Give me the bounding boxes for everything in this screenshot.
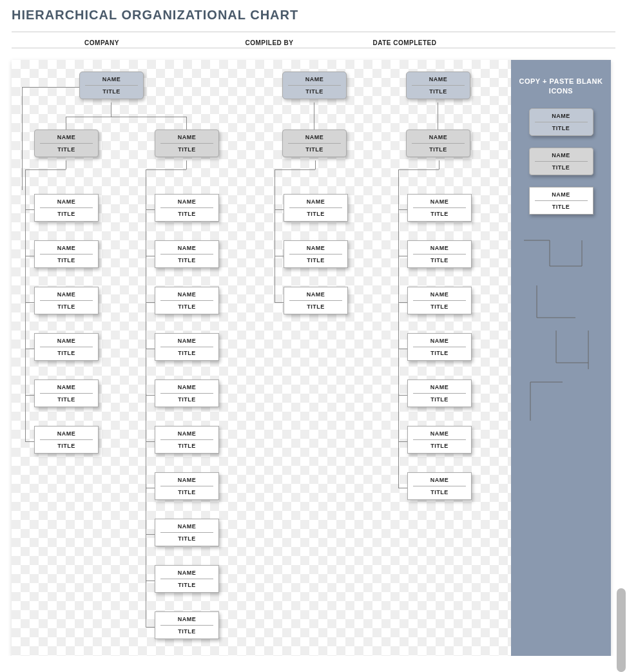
connector bbox=[25, 395, 34, 396]
connector bbox=[275, 169, 275, 302]
org-node-leaf[interactable]: NAMETITLE bbox=[155, 472, 219, 500]
org-node-mid[interactable]: NAMETITLE bbox=[282, 130, 347, 157]
org-node-title: TITLE bbox=[408, 440, 471, 453]
connector bbox=[146, 395, 155, 396]
org-node-leaf[interactable]: NAMETITLE bbox=[407, 379, 472, 407]
org-node-name: NAME bbox=[155, 473, 218, 486]
connector bbox=[146, 256, 155, 256]
org-node-leaf[interactable]: NAMETITLE bbox=[407, 240, 472, 268]
connector bbox=[439, 160, 439, 169]
connector bbox=[66, 117, 66, 130]
connector bbox=[275, 256, 284, 256]
org-node-leaf[interactable]: NAMETITLE bbox=[407, 426, 472, 454]
org-node-name: NAME bbox=[155, 241, 218, 254]
org-node-title: TITLE bbox=[155, 144, 218, 157]
org-node-top[interactable]: NAMETITLE bbox=[79, 72, 144, 99]
org-node-name: NAME bbox=[530, 187, 593, 200]
org-node-title: TITLE bbox=[80, 86, 143, 99]
connector bbox=[146, 169, 186, 170]
org-node-name: NAME bbox=[408, 427, 471, 439]
org-node-leaf[interactable]: NAMETITLE bbox=[284, 194, 348, 222]
org-node-title: TITLE bbox=[407, 86, 470, 99]
org-node-name: NAME bbox=[35, 195, 98, 207]
org-node-leaf[interactable]: NAMETITLE bbox=[155, 240, 219, 268]
org-node-leaf[interactable]: NAMETITLE bbox=[155, 611, 219, 639]
org-node-name: NAME bbox=[155, 195, 218, 207]
org-node-name: NAME bbox=[155, 380, 218, 393]
org-node-name: NAME bbox=[408, 380, 471, 393]
org-node-name: NAME bbox=[530, 148, 593, 161]
palette-connectors bbox=[511, 234, 611, 427]
org-node-name: NAME bbox=[35, 287, 98, 300]
org-node-mid[interactable]: NAMETITLE bbox=[406, 130, 470, 157]
org-node-name: NAME bbox=[408, 334, 471, 347]
org-node-name: NAME bbox=[35, 380, 98, 393]
org-node-title: TITLE bbox=[530, 162, 593, 175]
org-node-title: TITLE bbox=[407, 144, 470, 157]
org-node-leaf[interactable]: NAMETITLE bbox=[155, 426, 219, 454]
org-node-name: NAME bbox=[408, 287, 471, 300]
connector bbox=[25, 441, 34, 442]
org-node-name: NAME bbox=[155, 612, 218, 625]
connector bbox=[275, 302, 284, 303]
org-node-name: NAME bbox=[155, 130, 218, 143]
palette-node[interactable]: NAMETITLE bbox=[529, 187, 593, 215]
org-node-leaf[interactable]: NAMETITLE bbox=[155, 287, 219, 314]
org-node-name: NAME bbox=[35, 241, 98, 254]
org-node-leaf[interactable]: NAMETITLE bbox=[34, 379, 99, 407]
org-node-title: TITLE bbox=[283, 144, 346, 157]
org-node-leaf[interactable]: NAMETITLE bbox=[284, 240, 348, 268]
org-node-leaf[interactable]: NAMETITLE bbox=[407, 333, 472, 361]
org-node-title: TITLE bbox=[155, 394, 218, 407]
connector bbox=[25, 169, 26, 441]
org-node-top[interactable]: NAMETITLE bbox=[406, 72, 470, 99]
org-node-leaf[interactable]: NAMETITLE bbox=[155, 379, 219, 407]
org-node-title: TITLE bbox=[35, 254, 98, 267]
org-node-leaf[interactable]: NAMETITLE bbox=[155, 194, 219, 222]
org-node-name: NAME bbox=[35, 334, 98, 347]
org-node-leaf[interactable]: NAMETITLE bbox=[407, 472, 472, 500]
org-node-leaf[interactable]: NAMETITLE bbox=[34, 426, 99, 454]
org-node-leaf[interactable]: NAMETITLE bbox=[34, 194, 99, 222]
meta-company-label: COMPANY bbox=[12, 32, 192, 48]
org-node-leaf[interactable]: NAMETITLE bbox=[155, 519, 219, 546]
scrollbar-thumb[interactable] bbox=[617, 588, 626, 656]
org-node-top[interactable]: NAMETITLE bbox=[282, 72, 347, 99]
org-node-name: NAME bbox=[530, 109, 593, 122]
connector bbox=[66, 117, 186, 117]
connector bbox=[398, 488, 407, 488]
org-node-title: TITLE bbox=[35, 440, 98, 453]
connector bbox=[146, 441, 155, 442]
org-node-leaf[interactable]: NAMETITLE bbox=[284, 287, 348, 314]
org-node-leaf[interactable]: NAMETITLE bbox=[34, 287, 99, 314]
org-node-title: TITLE bbox=[284, 254, 347, 267]
connector bbox=[438, 117, 438, 130]
org-node-leaf[interactable]: NAMETITLE bbox=[34, 240, 99, 268]
org-chart-canvas[interactable]: COPY + PASTE BLANK ICONS NAMETITLENAMETI… bbox=[12, 60, 611, 656]
org-node-name: NAME bbox=[35, 427, 98, 439]
org-node-leaf[interactable]: NAMETITLE bbox=[407, 287, 472, 314]
org-node-name: NAME bbox=[407, 130, 470, 143]
org-node-name: NAME bbox=[283, 72, 346, 85]
connector bbox=[186, 117, 187, 130]
palette-node[interactable]: NAMETITLE bbox=[529, 148, 593, 175]
connector bbox=[111, 102, 111, 117]
org-node-leaf[interactable]: NAMETITLE bbox=[407, 194, 472, 222]
connector bbox=[25, 302, 34, 303]
org-node-title: TITLE bbox=[408, 254, 471, 267]
palette-node[interactable]: NAMETITLE bbox=[529, 108, 593, 136]
connector bbox=[25, 349, 34, 349]
org-node-mid[interactable]: NAMETITLE bbox=[34, 130, 99, 157]
org-node-leaf[interactable]: NAMETITLE bbox=[155, 333, 219, 361]
org-node-mid[interactable]: NAMETITLE bbox=[155, 130, 219, 157]
org-node-name: NAME bbox=[155, 334, 218, 347]
meta-date-label: DATE COMPLETED bbox=[347, 32, 463, 48]
connector bbox=[398, 209, 407, 210]
org-node-leaf[interactable]: NAMETITLE bbox=[155, 565, 219, 593]
org-node-title: TITLE bbox=[155, 254, 218, 267]
org-node-leaf[interactable]: NAMETITLE bbox=[34, 333, 99, 361]
connector bbox=[66, 160, 66, 169]
org-node-title: TITLE bbox=[155, 301, 218, 314]
connector bbox=[314, 102, 314, 117]
connector bbox=[25, 169, 66, 170]
